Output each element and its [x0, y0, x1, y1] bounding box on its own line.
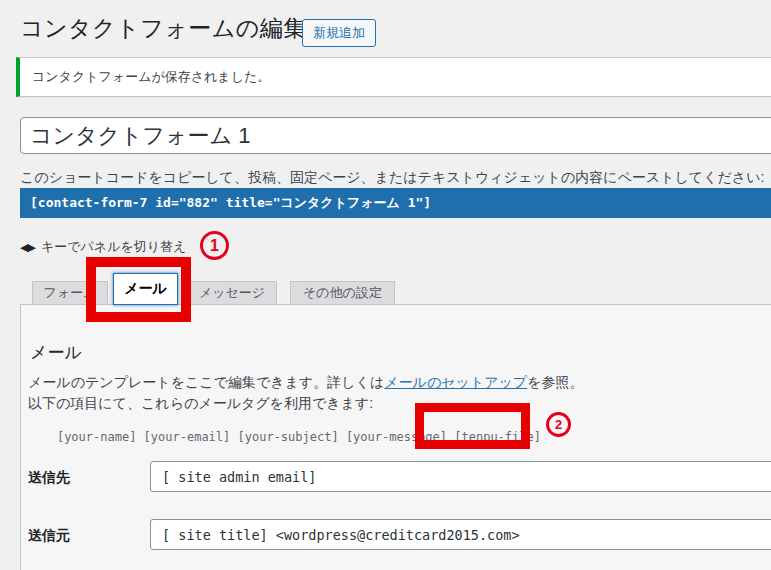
tab-messages[interactable]: メッセージ — [187, 281, 277, 304]
tab-form[interactable]: フォーム — [32, 281, 108, 304]
from-field-input[interactable] — [150, 519, 771, 550]
tenpu-file-tag: [tenpu-file] — [454, 430, 541, 444]
description-text-before: メールのテンプレートをここで編集できます。詳しくは — [28, 374, 384, 390]
annotation-step-1-badge: 1 — [200, 231, 229, 260]
left-right-arrows-icon: ◀▶ — [20, 241, 35, 253]
panel-switch-hint: ◀▶キーでパネルを切り替え — [20, 238, 186, 256]
to-field-label: 送信先 — [28, 469, 70, 487]
panel-switch-text: キーでパネルを切り替え — [41, 239, 186, 254]
mail-tags-hint: 以下の項目にて、これらのメールタグを利用できます: — [28, 395, 373, 413]
form-title-input[interactable] — [20, 117, 771, 154]
to-field-input[interactable] — [150, 461, 771, 492]
mail-tags-list: [your-name] [your-email] [your-subject] … — [28, 416, 541, 458]
add-new-button[interactable]: 新規追加 — [302, 19, 376, 47]
mail-tags-plain: [your-name] [your-email] [your-subject] … — [57, 430, 454, 444]
shortcode-hint: このショートコードをコピーして、投稿、固定ページ、またはテキストウィジェットの内… — [20, 169, 764, 187]
mail-panel-heading: メール — [30, 341, 82, 364]
success-notice: コンタクトフォームが保存されました。 — [16, 57, 771, 97]
page-title: コンタクトフォームの編集 — [20, 13, 307, 44]
mail-setup-link[interactable]: メールのセットアップ — [384, 374, 527, 390]
tab-additional-settings[interactable]: その他の設定 — [290, 281, 395, 304]
from-field-label: 送信元 — [28, 527, 70, 545]
shortcode-box[interactable]: [contact-form-7 id="882" title="コンタクトフォー… — [20, 188, 771, 218]
description-text-after: を参照。 — [527, 374, 583, 390]
mail-template-description: メールのテンプレートをここで編集できます。詳しくはメールのセットアップを参照。 — [28, 374, 584, 392]
cf7-edit-page: コンタクトフォームの編集 新規追加 コンタクトフォームが保存されました。 このシ… — [0, 0, 771, 570]
success-notice-text: コンタクトフォームが保存されました。 — [20, 68, 270, 86]
tab-mail[interactable]: メール — [113, 273, 178, 305]
